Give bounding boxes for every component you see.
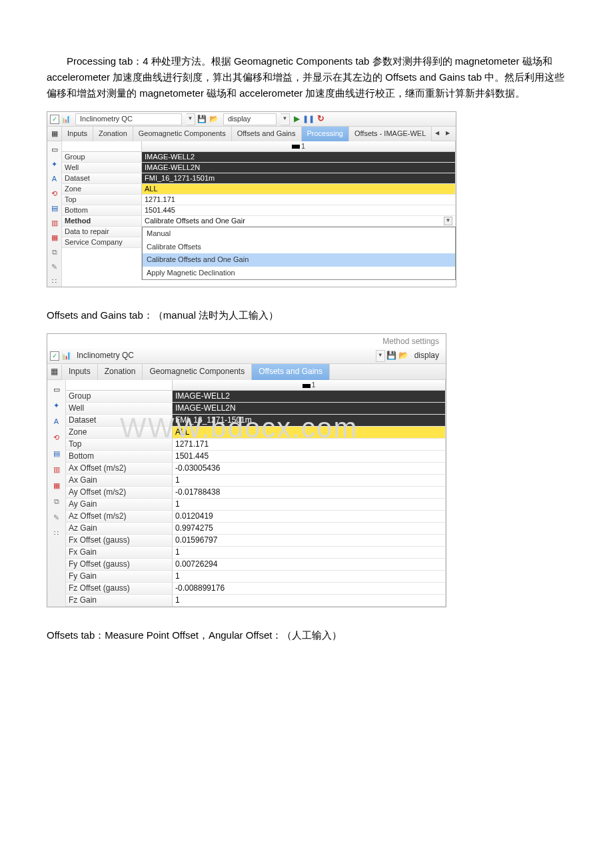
dropdown-item[interactable]: Apply Magnetic Declination: [143, 267, 455, 280]
tab-offsets-image[interactable]: Offsets - IMAGE-WEL: [349, 127, 432, 141]
side-icon[interactable]: ▤: [52, 449, 61, 459]
side-icon[interactable]: ▤: [50, 204, 59, 213]
col-1-header[interactable]: 1: [173, 380, 446, 390]
scroll-left-icon[interactable]: ◀: [432, 127, 442, 141]
row-label: Top: [66, 439, 173, 450]
display-label[interactable]: display: [410, 349, 443, 362]
row-value[interactable]: -0.008899176: [173, 583, 446, 594]
row-dataset: Dataset FMI_16_1271-1501m: [62, 173, 456, 184]
row-value[interactable]: ALL: [173, 427, 446, 438]
side-icon[interactable]: ∷: [50, 277, 59, 287]
row-label: Service Company: [62, 237, 141, 247]
checkbox-icon[interactable]: ✓: [50, 351, 59, 361]
dropdown-icon[interactable]: ▼: [376, 350, 385, 362]
tab-processing[interactable]: Processing: [302, 127, 349, 141]
row-value[interactable]: -0.03005436: [173, 463, 446, 474]
side-icon[interactable]: A: [52, 417, 61, 427]
row-value[interactable]: ALL: [142, 184, 456, 194]
checkbox-icon[interactable]: ✓: [50, 115, 59, 124]
side-icon[interactable]: ⧉: [50, 248, 59, 257]
dropdown-item[interactable]: Calibrate Offsets: [143, 241, 455, 254]
display-box[interactable]: display: [223, 113, 277, 125]
tab-zonation[interactable]: Zonation: [93, 127, 133, 141]
row-value[interactable]: IMAGE-WELL2: [142, 152, 456, 162]
side-icon[interactable]: ▭: [50, 145, 59, 155]
module-title[interactable]: Inclinometry QC: [75, 113, 182, 125]
side-icon[interactable]: ▥: [50, 219, 59, 228]
table-row: Fz Gain1: [66, 595, 446, 607]
side-icon[interactable]: ▦: [50, 233, 59, 243]
tab-geomagnetic[interactable]: Geomagnetic Components: [133, 127, 232, 141]
row-value[interactable]: 1501.445: [142, 205, 456, 215]
play-icon[interactable]: ▶: [291, 114, 302, 125]
tab-zonation[interactable]: Zonation: [98, 364, 143, 380]
side-icon[interactable]: ▦: [52, 481, 61, 491]
row-value[interactable]: 1: [173, 595, 446, 606]
tab-offsets-gains[interactable]: Offsets and Gains: [232, 127, 302, 141]
offsets-gains-heading: Offsets and Gains tab：（manual 法时为人工输入）: [47, 307, 566, 323]
row-value[interactable]: 1501.445: [173, 451, 446, 462]
reset-icon[interactable]: ↻: [315, 114, 326, 125]
row-label: Ay Gain: [66, 499, 173, 510]
row-method: Method Calibrate Offsets and One Gair ▼: [62, 216, 456, 227]
side-icon[interactable]: ✎: [52, 513, 61, 523]
module-title: Inclinometry QC: [73, 349, 138, 362]
method-dropdown[interactable]: Calibrate Offsets and One Gair ▼: [142, 216, 456, 226]
row-label: Fx Offset (gauss): [66, 535, 173, 546]
side-icon[interactable]: ▭: [52, 385, 61, 395]
row-value[interactable]: IMAGE-WELL2N: [173, 403, 446, 414]
tab-bar: ▦ Inputs Zonation Geomagnetic Components…: [47, 364, 446, 380]
row-value[interactable]: FMI_16_1271-1501m: [142, 173, 456, 183]
grid-table: 1 GroupIMAGE-WELL2WellIMAGE-WELL2NDatase…: [66, 380, 446, 607]
side-icon[interactable]: ⟲: [50, 189, 59, 199]
side-icon[interactable]: ✦: [52, 401, 61, 411]
side-icon[interactable]: ⟲: [52, 433, 61, 443]
row-value[interactable]: IMAGE-WELL2N: [142, 163, 456, 173]
row-label: Well: [62, 163, 142, 173]
row-value[interactable]: -0.01788438: [173, 487, 446, 498]
tab-offsets-gains[interactable]: Offsets and Gains: [252, 364, 330, 380]
side-icon[interactable]: ✦: [50, 160, 59, 169]
row-label: Method: [62, 216, 142, 226]
row-well: Well IMAGE-WELL2N: [62, 163, 456, 173]
row-value[interactable]: FMI_16_1271-1501m: [173, 415, 446, 426]
side-icon[interactable]: ✎: [50, 263, 59, 272]
row-value[interactable]: 1271.171: [142, 195, 456, 205]
dropdown-icon[interactable]: ▼: [281, 113, 290, 125]
row-value[interactable]: 0.01596797: [173, 535, 446, 546]
row-value[interactable]: 0.00726294: [173, 559, 446, 570]
tab-geomagnetic[interactable]: Geomagnetic Components: [143, 364, 252, 380]
side-icon[interactable]: ⧉: [52, 497, 61, 507]
dropdown-item[interactable]: Calibrate Offsets and One Gain: [143, 253, 455, 267]
tabbar-icon[interactable]: ▦: [47, 127, 62, 141]
row-value[interactable]: 0.0120419: [173, 511, 446, 522]
pause-icon[interactable]: ❚❚: [303, 114, 314, 125]
save-icon[interactable]: 💾: [197, 114, 207, 125]
row-value[interactable]: 1: [173, 547, 446, 558]
folder-icon[interactable]: 📂: [398, 351, 409, 361]
tab-inputs[interactable]: Inputs: [62, 364, 98, 380]
tab-inputs[interactable]: Inputs: [62, 127, 93, 141]
chevron-down-icon[interactable]: ▼: [444, 217, 452, 225]
row-value[interactable]: 1: [173, 571, 446, 582]
intro-paragraph: Processing tab：4 种处理方法。根据 Geomagnetic Co…: [47, 53, 566, 101]
row-value[interactable]: 1: [173, 499, 446, 510]
col-1-header[interactable]: 1: [142, 141, 456, 151]
side-icon[interactable]: ▥: [52, 465, 61, 475]
scroll-right-icon[interactable]: ▶: [442, 127, 453, 141]
tabbar-icon[interactable]: ▦: [47, 365, 62, 379]
folder-icon[interactable]: 📂: [209, 114, 219, 125]
side-icon[interactable]: ∷: [52, 529, 61, 539]
row-value[interactable]: IMAGE-WELL2: [173, 391, 446, 402]
row-value[interactable]: 0.9974275: [173, 523, 446, 534]
row-label: Fx Gain: [66, 547, 173, 558]
table-row: Ay Gain1: [66, 499, 446, 511]
dropdown-icon[interactable]: ▼: [186, 113, 195, 125]
table-row: GroupIMAGE-WELL2: [66, 391, 446, 403]
side-icon-column: ▭ ✦ A ⟲ ▤ ▥ ▦ ⧉ ✎ ∷: [47, 141, 62, 287]
row-value[interactable]: 1: [173, 475, 446, 486]
save-icon[interactable]: 💾: [386, 351, 397, 361]
row-value[interactable]: 1271.171: [173, 439, 446, 450]
dropdown-item[interactable]: Manual: [143, 227, 455, 241]
side-icon[interactable]: A: [50, 175, 59, 184]
